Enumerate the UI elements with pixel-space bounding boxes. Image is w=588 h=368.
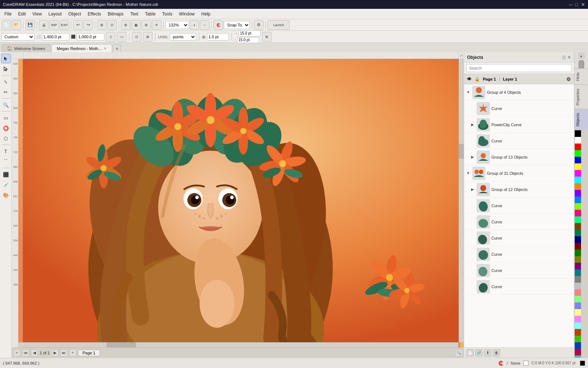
menu-view[interactable]: View xyxy=(29,10,45,18)
menu-layout[interactable]: Layout xyxy=(46,10,65,18)
color-swatch[interactable] xyxy=(575,316,581,322)
color-swatch[interactable] xyxy=(575,342,581,349)
color-swatch[interactable] xyxy=(575,276,581,283)
export-btn[interactable]: EXP xyxy=(60,20,69,30)
grid-btn[interactable]: ⊞ xyxy=(141,20,151,30)
color-swatch[interactable] xyxy=(575,230,581,236)
artwork-canvas[interactable] xyxy=(18,59,464,347)
color-swatch[interactable] xyxy=(575,177,581,183)
portrait-btn[interactable]: ▯ xyxy=(106,32,115,42)
menu-table[interactable]: Table xyxy=(142,10,158,18)
page1-tab[interactable]: Page 1 xyxy=(78,350,100,356)
menu-object[interactable]: Object xyxy=(65,10,84,18)
corner2-input[interactable] xyxy=(237,37,259,43)
redo-btn[interactable]: ↪ xyxy=(83,20,93,30)
color-swatch[interactable] xyxy=(575,203,581,210)
transform-tool[interactable]: ⤡ xyxy=(1,77,11,86)
layer-lock-icon[interactable]: 🔒 xyxy=(474,77,480,82)
color-swatch[interactable] xyxy=(575,163,581,170)
expand-group31[interactable]: ▼ xyxy=(466,171,471,176)
print-btn[interactable]: 🖨 xyxy=(39,20,49,30)
launch-btn[interactable]: Launch xyxy=(268,20,290,30)
new-layer-btn[interactable]: 📄 xyxy=(466,349,474,357)
color-swatch[interactable] xyxy=(575,157,581,163)
expand-group4[interactable]: ▼ xyxy=(466,90,471,95)
eyedropper-tool[interactable]: 💉 xyxy=(1,180,11,190)
close-tab-icon[interactable]: ✕ xyxy=(104,46,107,50)
color-swatch[interactable] xyxy=(575,309,581,316)
outline-input[interactable] xyxy=(207,33,229,40)
v-scrollbar[interactable] xyxy=(459,59,464,342)
open-btn[interactable]: 📂 xyxy=(12,20,21,30)
color-swatch[interactable] xyxy=(575,302,581,309)
color-swatch[interactable] xyxy=(575,137,581,144)
first-page-btn[interactable]: ⏮ xyxy=(22,349,29,357)
color-swatch[interactable] xyxy=(575,322,581,329)
snap-btn[interactable]: 🧲 xyxy=(214,20,223,30)
obj-row-group13[interactable]: ▶ Group of 13 Objects xyxy=(464,149,574,165)
landscape-btn[interactable]: ▭ xyxy=(117,32,126,42)
maximize-icon[interactable]: □ xyxy=(575,2,578,7)
save-btn[interactable]: 💾 xyxy=(25,20,35,30)
view-options-btn[interactable]: ⊞ xyxy=(121,20,130,30)
move-up-btn[interactable]: ⬆ xyxy=(484,349,491,357)
menu-help[interactable]: Help xyxy=(198,10,214,18)
add-page-end-btn[interactable]: + xyxy=(69,349,76,357)
menu-bitmaps[interactable]: Bitmaps xyxy=(105,10,126,18)
welcome-tab[interactable]: 🏠 Welcome Screen xyxy=(1,44,51,52)
obj-row-curve6[interactable]: Curve xyxy=(464,246,574,262)
obj-row-curve8[interactable]: Curve xyxy=(464,279,574,295)
hints-tab[interactable]: Hints xyxy=(574,68,588,85)
color-swatch[interactable] xyxy=(575,336,581,342)
ellipse-tool[interactable]: ⭕ xyxy=(1,123,11,133)
minimize-icon[interactable]: ─ xyxy=(569,2,572,7)
menu-tools[interactable]: Tools xyxy=(159,10,175,18)
delete-btn[interactable]: 🗑 xyxy=(493,349,500,357)
color-swatch[interactable] xyxy=(575,190,581,197)
units-combo[interactable]: points xyxy=(170,33,196,40)
fill-tool[interactable]: ⬛ xyxy=(1,170,11,179)
expand-group12[interactable]: ▶ xyxy=(470,187,475,192)
prev-page-btn[interactable]: ◀ xyxy=(31,349,38,357)
rect-tool[interactable]: ▭ xyxy=(1,113,11,123)
page-size-btn[interactable]: ⊞ xyxy=(262,32,272,42)
color-swatch[interactable] xyxy=(575,355,581,358)
menu-edit[interactable]: Edit xyxy=(15,10,29,18)
zoom-in-btn[interactable]: + xyxy=(190,20,199,30)
snap-combo[interactable]: Snap To xyxy=(224,21,250,29)
h-scrollbar[interactable] xyxy=(18,342,459,347)
add-tab-btn[interactable]: + xyxy=(113,44,121,52)
color-swatch[interactable] xyxy=(575,210,581,216)
menu-file[interactable]: File xyxy=(1,10,14,18)
h-scroll-thumb[interactable] xyxy=(107,343,136,347)
v-scroll-thumb[interactable] xyxy=(459,144,464,159)
add-page-btn[interactable]: + xyxy=(13,349,21,357)
layer-eye-icon[interactable]: 👁 xyxy=(467,77,472,82)
obj-row-powerclip[interactable]: ▶ PowerClip Curve xyxy=(464,117,574,133)
color-swatch[interactable] xyxy=(575,250,581,256)
zoom-out-btn[interactable]: − xyxy=(200,20,209,30)
color-swatch[interactable] xyxy=(575,329,581,336)
freehand-tool[interactable] xyxy=(1,64,11,74)
color-swatch[interactable] xyxy=(575,223,581,230)
color-swatch[interactable] xyxy=(575,183,581,190)
text-tool[interactable]: T xyxy=(1,146,11,156)
document-tab[interactable]: Megan Redmon - Moth... ✕ xyxy=(51,44,112,52)
zoom-canvas-btn[interactable]: 🔍 xyxy=(455,349,462,357)
color-swatch[interactable] xyxy=(575,289,581,296)
obj-row-curve7[interactable]: Curve xyxy=(464,262,574,279)
objects-search-input[interactable] xyxy=(466,64,572,72)
expand-group13[interactable]: ▶ xyxy=(470,155,475,160)
color-swatch[interactable] xyxy=(575,263,581,269)
deselect-btn[interactable]: ⊡ xyxy=(107,20,117,30)
color-swatch[interactable] xyxy=(575,150,581,157)
color-swatch[interactable] xyxy=(575,256,581,263)
color-swatch[interactable] xyxy=(575,283,581,289)
objects-close-icon[interactable]: ✕ xyxy=(567,55,571,60)
preset-combo[interactable]: Custom xyxy=(1,33,35,40)
undo-btn[interactable]: ↩ xyxy=(73,20,83,30)
obj-row-curve2[interactable]: Curve xyxy=(464,133,574,149)
color-swatch[interactable] xyxy=(575,216,581,223)
layout-btn[interactable]: ▦ xyxy=(131,20,141,30)
close-icon[interactable]: ✕ xyxy=(581,2,585,7)
